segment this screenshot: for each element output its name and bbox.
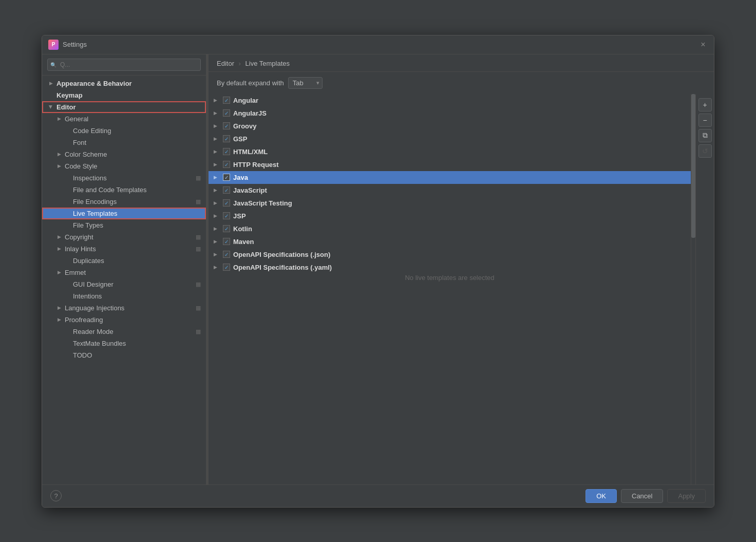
chevron-spacer [64,351,71,359]
sidebar-item-todo[interactable]: TODO [42,349,206,361]
sidebar-item-label: Inlay Hints [65,245,96,253]
ok-button[interactable]: OK [585,489,617,503]
title-bar-left: P Settings [48,40,87,50]
sidebar-item-label: GUI Designer [73,281,114,288]
checkbox-http-request[interactable] [223,161,230,168]
checkbox-gsp[interactable] [223,135,230,142]
group-label-maven: Maven [233,238,254,246]
checkbox-angularjs[interactable] [223,109,230,117]
checkbox-maven[interactable] [223,238,230,245]
template-group-maven[interactable]: ▶ Maven [209,235,691,248]
apply-button[interactable]: Apply [667,489,706,503]
sidebar-item-editor[interactable]: ▶ Editor [42,101,206,113]
sidebar-item-label: Code Style [65,162,98,170]
chevron-spacer [64,340,71,347]
sidebar-item-label: General [65,115,88,123]
sidebar-item-label: Reader Mode [73,328,114,335]
chevron-right-icon: ▶ [214,252,220,257]
sidebar-item-file-encodings[interactable]: File Encodings ▦ [42,196,206,208]
template-group-openapi-json[interactable]: ▶ OpenAPI Specifications (.json) [209,248,691,261]
template-group-javascript[interactable]: ▶ JavaScript [209,184,691,197]
group-label-kotlin: Kotlin [233,225,252,233]
chevron-right-icon: ▶ [55,162,63,170]
chevron-right-icon: ▶ [214,239,220,244]
template-group-gsp[interactable]: ▶ GSP [209,133,691,145]
chevron-spacer [64,210,71,217]
template-group-angular[interactable]: ▶ Angular [209,94,691,107]
template-group-html-xml[interactable]: ▶ HTML/XML [209,145,691,158]
sidebar-item-file-types[interactable]: File Types [42,219,206,231]
template-group-openapi-yaml[interactable]: ▶ OpenAPI Specifications (.yaml) [209,261,691,274]
template-group-angularjs[interactable]: ▶ AngularJS [209,107,691,120]
scrollbar-thumb[interactable] [691,94,695,238]
sidebar-item-inlay-hints[interactable]: ▶ Inlay Hints ▦ [42,243,206,255]
checkbox-java[interactable] [223,174,230,181]
checkbox-html-xml[interactable] [223,148,230,155]
sidebar-item-label: Intentions [73,292,102,300]
sidebar-item-code-style[interactable]: ▶ Code Style [42,160,206,172]
search-input[interactable] [47,59,201,71]
sidebar-item-proofreading[interactable]: ▶ Proofreading [42,314,206,326]
chevron-right-icon: ▶ [55,115,63,122]
bottom-bar: ? OK Cancel Apply [42,484,714,507]
sidebar-item-general[interactable]: ▶ General [42,113,206,125]
settings-icon: ▦ [196,246,201,252]
sidebar-item-color-scheme[interactable]: ▶ Color Scheme [42,148,206,160]
remove-button[interactable]: − [698,114,712,127]
sidebar-item-reader-mode[interactable]: Reader Mode ▦ [42,326,206,338]
sidebar-item-textmate-bundles[interactable]: TextMate Bundles [42,338,206,349]
no-selection-text: No live templates are selected [405,274,494,282]
expand-select[interactable]: Tab Enter Space [288,77,323,89]
group-label-http-request: HTTP Request [233,161,279,169]
breadcrumb: Editor › Live Templates [209,54,714,72]
add-button[interactable]: + [698,98,712,111]
sidebar-item-live-templates[interactable]: Live Templates [42,208,206,219]
sidebar-item-duplicates[interactable]: Duplicates [42,255,206,267]
sidebar-item-keymap[interactable]: Keymap [42,89,206,101]
title-bar: P Settings × [42,35,714,54]
help-button[interactable]: ? [50,490,62,501]
sidebar-item-label: File and Code Templates [73,186,147,194]
sidebar-item-file-code-templates[interactable]: File and Code Templates [42,184,206,196]
sidebar-item-language-injections[interactable]: ▶ Language Injections ▦ [42,302,206,314]
group-label-html-xml: HTML/XML [233,148,268,156]
checkbox-jsp[interactable] [223,212,230,219]
sidebar-item-label: Code Editing [73,127,111,135]
expand-select-wrap: Tab Enter Space [288,77,323,89]
sidebar-item-intentions[interactable]: Intentions [42,290,206,302]
checkbox-kotlin[interactable] [223,225,230,232]
checkbox-javascript-testing[interactable] [223,199,230,207]
scrollbar[interactable] [691,94,695,484]
template-group-javascript-testing[interactable]: ▶ JavaScript Testing [209,197,691,210]
sidebar-item-code-editing[interactable]: Code Editing [42,125,206,137]
chevron-right-icon: ▶ [55,316,63,323]
chevron-spacer [47,91,54,99]
chevron-spacer [64,174,71,181]
checkbox-openapi-yaml[interactable] [223,264,230,271]
copy-button[interactable]: ⧉ [698,129,712,142]
sidebar-item-inspections[interactable]: Inspections ▦ [42,172,206,184]
group-label-openapi-yaml: OpenAPI Specifications (.yaml) [233,264,332,271]
checkbox-javascript[interactable] [223,186,230,194]
close-button[interactable]: × [698,40,708,49]
chevron-right-icon: ▶ [214,98,220,103]
templates-split: ▶ Angular ▶ AngularJS ▶ [209,94,714,484]
sidebar-item-emmet[interactable]: ▶ Emmet [42,267,206,278]
sidebar-item-gui-designer[interactable]: GUI Designer ▦ [42,278,206,290]
cancel-button[interactable]: Cancel [621,489,663,503]
template-group-java[interactable]: ▶ Java [209,171,691,184]
sidebar-item-copyright[interactable]: ▶ Copyright ▦ [42,231,206,243]
sidebar-item-appearance[interactable]: ▶ Appearance & Behavior [42,78,206,89]
group-label-groovy: Groovy [233,122,257,130]
settings-icon: ▦ [196,175,201,181]
checkbox-angular[interactable] [223,97,230,104]
checkbox-groovy[interactable] [223,122,230,129]
sidebar-item-label: Inspections [73,174,107,182]
template-group-groovy[interactable]: ▶ Groovy [209,120,691,133]
template-group-kotlin[interactable]: ▶ Kotlin [209,222,691,235]
reset-button[interactable]: ↺ [698,144,712,158]
template-group-jsp[interactable]: ▶ JSP [209,210,691,222]
sidebar-item-font[interactable]: Font [42,137,206,148]
checkbox-openapi-json[interactable] [223,251,230,258]
template-group-http-request[interactable]: ▶ HTTP Request [209,158,691,171]
